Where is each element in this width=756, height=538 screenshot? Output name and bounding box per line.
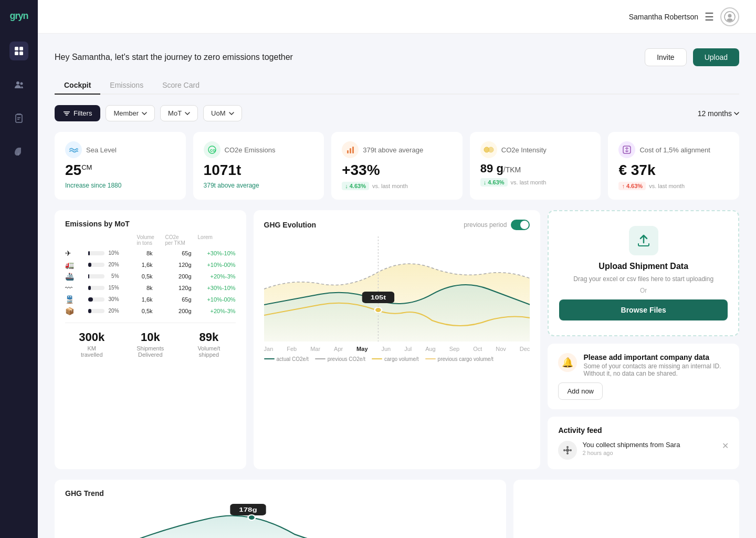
kpi-label: Sea Level bbox=[86, 146, 117, 154]
network-icon bbox=[562, 445, 573, 456]
browse-files-button[interactable]: Browse Files bbox=[559, 299, 728, 320]
svg-point-40 bbox=[248, 515, 256, 520]
kpi-value: € 37k bbox=[618, 162, 729, 179]
col-lorem: Lorem bbox=[198, 234, 236, 246]
table-row: ✈ 10% 8k 65g +30%-10% bbox=[65, 249, 236, 257]
close-icon[interactable]: ✕ bbox=[722, 441, 729, 451]
filter-icon bbox=[63, 110, 70, 117]
trend-chart: 178g bbox=[65, 503, 496, 538]
svg-point-28 bbox=[566, 449, 569, 452]
username: Samantha Robertson bbox=[629, 13, 698, 21]
menu-icon[interactable]: ☰ bbox=[705, 11, 714, 23]
kpi-sub[interactable]: Increase since 1880 bbox=[65, 182, 175, 189]
mot-vol: 8k bbox=[121, 250, 153, 256]
kpi-header: Cost of 1,5% alignment bbox=[618, 141, 729, 158]
kpi-header: Sea Level bbox=[65, 141, 175, 158]
svg-point-11 bbox=[728, 14, 732, 17]
mot-icon: 🚆 bbox=[65, 295, 86, 304]
badge-down: ↓ 4.63% bbox=[342, 182, 369, 190]
sidebar-item-dashboard[interactable] bbox=[9, 42, 28, 60]
badge-down: ↓ 4.63% bbox=[480, 178, 508, 187]
kpi-value: 25CM bbox=[65, 162, 175, 179]
period-toggle[interactable] bbox=[511, 220, 530, 230]
mot-filter[interactable]: MoT bbox=[160, 105, 198, 121]
sidebar: gryn bbox=[0, 0, 38, 538]
svg-rect-6 bbox=[16, 115, 22, 122]
chevron-down-icon bbox=[229, 112, 234, 115]
sidebar-item-clipboard[interactable] bbox=[9, 109, 28, 128]
mot-card: Emissions by MoT Volumein tons CO2eper T… bbox=[55, 210, 246, 469]
svg-rect-1 bbox=[19, 47, 23, 50]
topnav: Samantha Robertson ☰ bbox=[38, 0, 756, 34]
kpi-above-average: 379t above average +33% ↓ 4.63% vs. last… bbox=[331, 132, 463, 200]
bottom-row: GHG Trend bbox=[55, 480, 739, 538]
uom-filter[interactable]: UoM bbox=[203, 105, 242, 121]
legend-actual: actual CO2e/t bbox=[264, 356, 309, 362]
avatar[interactable] bbox=[720, 7, 739, 26]
tab-scorecard[interactable]: Score Card bbox=[153, 77, 209, 95]
table-row: 🚢 5% 0,5k 200g +20%-3% bbox=[65, 272, 236, 281]
kpi-value: 89 g/TKM bbox=[480, 162, 591, 175]
ghg-legend: actual CO2e/t previous CO2e/t cargo volu… bbox=[264, 356, 530, 362]
mot-icon: 🚢 bbox=[65, 272, 86, 281]
legend-cargo: cargo volume/t bbox=[372, 356, 419, 362]
kpi-row: Sea Level 25CM Increase since 1880 co CO… bbox=[55, 132, 739, 200]
tab-emissions[interactable]: Emissions bbox=[100, 77, 153, 95]
kpi-label: Cost of 1,5% alignment bbox=[639, 146, 710, 154]
filters-button[interactable]: Filters bbox=[55, 105, 100, 121]
invite-button[interactable]: Invite bbox=[645, 48, 686, 66]
upload-title: Upload Shipment Data bbox=[559, 262, 728, 271]
alert-card: 🔔 Please add important company data Some… bbox=[548, 344, 739, 409]
mot-icon: 🚛 bbox=[65, 261, 86, 269]
svg-rect-20 bbox=[352, 147, 354, 153]
svg-point-12 bbox=[727, 18, 733, 22]
kpi-co2-intensity: CO2e Intensity 89 g/TKM ↓ 4.63% vs. last… bbox=[470, 132, 601, 200]
app-logo: gryn bbox=[9, 11, 28, 22]
activity-detail: You collect shipments from Sara 2 hours … bbox=[582, 441, 680, 456]
list-item: You collect shipments from Sara 2 hours … bbox=[558, 441, 729, 460]
svg-rect-19 bbox=[350, 148, 351, 153]
kpi-label: 379t above average bbox=[363, 146, 423, 154]
svg-point-30 bbox=[570, 449, 572, 451]
kpi-badge-row: ↓ 4.63% vs. last month bbox=[480, 178, 591, 187]
activity-card: Activity feed bbox=[548, 417, 739, 469]
months-selector[interactable]: 12 months bbox=[698, 109, 739, 118]
table-row: 〰 15% 8k 120g +30%-10% bbox=[65, 284, 236, 292]
kpi-badge-row: ↓ 4.63% vs. last month bbox=[342, 182, 452, 190]
chevron-down-icon bbox=[185, 112, 190, 115]
svg-point-32 bbox=[566, 452, 569, 454]
kpi-badge-row: ↑ 4.63% vs. last month bbox=[618, 182, 729, 190]
toggle-row: previous period bbox=[464, 220, 530, 230]
activity-text: You collect shipments from Sara bbox=[582, 441, 680, 449]
mot-co2: 65g bbox=[155, 250, 192, 256]
vs-text: vs. last month bbox=[511, 179, 547, 185]
trend-title: GHG Trend bbox=[65, 489, 496, 498]
member-filter[interactable]: Member bbox=[106, 105, 155, 121]
kpi-cost-alignment: Cost of 1,5% alignment € 37k ↑ 4.63% vs.… bbox=[608, 132, 739, 200]
page-header: Hey Samantha, let's start the journey to… bbox=[55, 48, 739, 66]
kpi-label: CO2e Emissions bbox=[225, 146, 276, 154]
trend-svg: 178g bbox=[65, 503, 496, 538]
stat-volume: 89k Volume/tshipped bbox=[182, 330, 236, 358]
svg-point-4 bbox=[16, 81, 19, 85]
bell-icon: 🔔 bbox=[558, 353, 577, 372]
kpi-co2-emissions: co CO2e Emissions 1071t 379t above avera… bbox=[193, 132, 324, 200]
col-volume: Volumein tons bbox=[137, 234, 163, 246]
spacer-card bbox=[513, 480, 739, 538]
tab-cockpit[interactable]: Cockpit bbox=[55, 77, 100, 95]
sidebar-item-leaf[interactable] bbox=[9, 142, 28, 161]
svg-text:co: co bbox=[210, 148, 216, 153]
legend-previous: previous CO2e/t bbox=[315, 356, 365, 362]
svg-text:105t: 105t bbox=[370, 294, 386, 301]
upload-button[interactable]: Upload bbox=[693, 48, 739, 66]
svg-text:178g: 178g bbox=[239, 506, 257, 513]
main-content: Hey Samantha, let's start the journey to… bbox=[38, 34, 756, 538]
sidebar-item-users[interactable] bbox=[9, 75, 28, 94]
svg-rect-0 bbox=[15, 47, 18, 50]
svg-point-5 bbox=[20, 82, 23, 85]
page-greeting: Hey Samantha, let's start the journey to… bbox=[55, 53, 293, 62]
activity-time: 2 hours ago bbox=[582, 450, 680, 456]
svg-rect-18 bbox=[347, 150, 349, 153]
ghg-months: Jan Feb Mar Apr May Jun Jul Aug Sep Oct … bbox=[264, 346, 530, 352]
add-now-button[interactable]: Add now bbox=[558, 382, 603, 400]
